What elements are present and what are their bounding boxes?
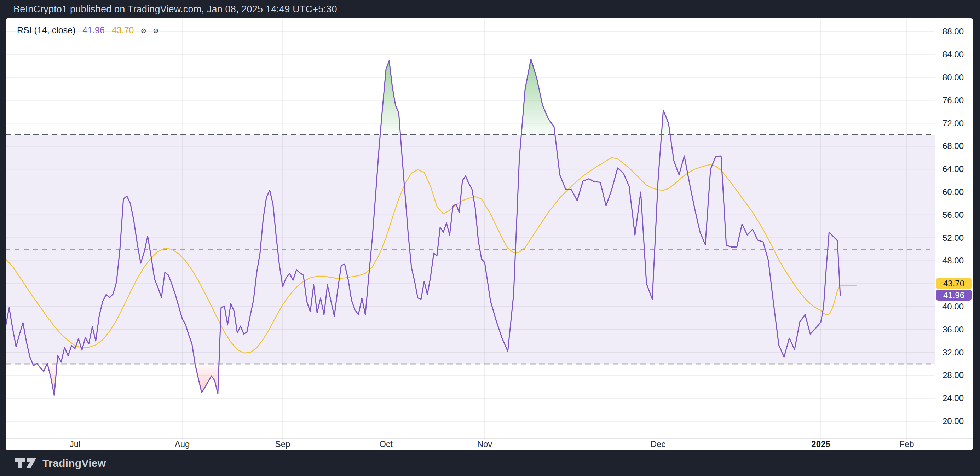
y-axis-label: 48.00	[942, 256, 964, 266]
x-axis-label-feb: Feb	[899, 439, 914, 449]
x-axis-label-jul: Jul	[70, 439, 81, 449]
y-axis-label: 20.00	[942, 416, 964, 426]
empty-set-icon[interactable]: ⌀	[153, 26, 158, 34]
y-axis-label: 52.00	[942, 233, 964, 243]
y-axis-label: 88.00	[942, 27, 964, 36]
x-axis-label-nov: Nov	[477, 439, 493, 449]
x-axis-label-dec: Dec	[651, 439, 666, 449]
rsi-current-value: 41.96	[83, 25, 105, 35]
y-axis-label: 64.00	[942, 164, 964, 174]
indicator-legend: RSI (14, close) 41.96 43.70 ⌀ ⌀	[17, 24, 158, 36]
x-axis-label-aug: Aug	[175, 439, 190, 449]
y-axis-label: 76.00	[942, 95, 964, 105]
y-axis-label: 80.00	[942, 73, 964, 83]
y-axis-label: 24.00	[942, 393, 964, 403]
ma-price-badge: 43.70	[936, 278, 972, 289]
y-axis-label: 60.00	[942, 187, 964, 197]
y-axis-label: 40.00	[942, 301, 964, 311]
rsi-badge-value: 41.96	[943, 290, 964, 300]
overbought-fill	[521, 59, 555, 135]
ma-badge-value: 43.70	[943, 279, 964, 289]
footer-bar: TradingView	[0, 450, 980, 476]
x-axis-label-oct: Oct	[379, 439, 392, 449]
y-axis-label: 72.00	[942, 119, 964, 129]
y-axis-label: 36.00	[942, 325, 964, 335]
tradingview-logo-icon[interactable]	[14, 458, 37, 469]
y-axis-label: 68.00	[942, 141, 964, 151]
x-axis-label-sep: Sep	[275, 439, 291, 449]
indicator-label: RSI (14, close)	[17, 25, 75, 35]
y-axis-label: 32.00	[942, 347, 964, 357]
rsi-price-badge: 41.96	[936, 290, 972, 301]
y-axis-label: 84.00	[942, 49, 964, 59]
ma-current-value: 43.70	[112, 25, 134, 35]
y-axis-label: 28.00	[942, 370, 964, 380]
empty-set-icon[interactable]: ⌀	[141, 26, 146, 34]
rsi-chart[interactable]	[0, 0, 980, 476]
x-axis-label-2025: 2025	[811, 439, 830, 449]
y-axis-label: 56.00	[942, 210, 964, 220]
tradingview-brand-text[interactable]: TradingView	[43, 457, 106, 469]
